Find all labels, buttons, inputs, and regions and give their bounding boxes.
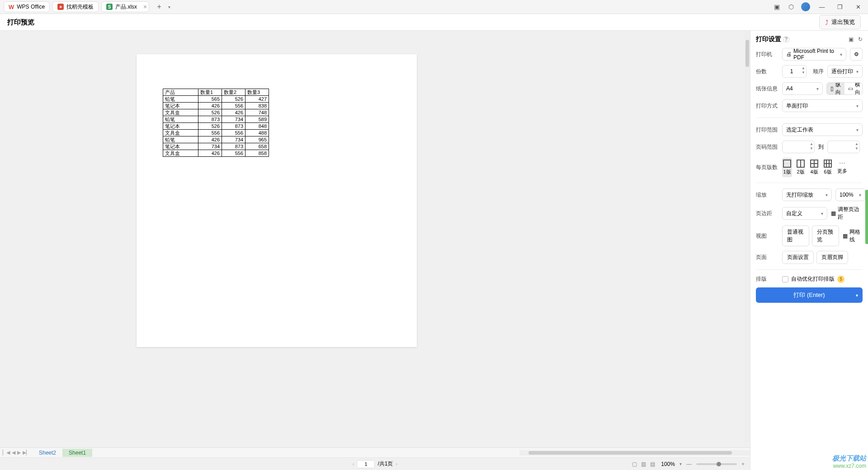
layout-4-button[interactable]: 4版 <box>809 158 819 177</box>
zoom-in-button[interactable]: + <box>741 461 745 467</box>
chevron-down-icon: ▾ <box>856 69 859 74</box>
user-avatar-icon[interactable] <box>801 2 810 11</box>
copies-spinner[interactable]: ▲▼ <box>782 65 807 78</box>
v-scroll-thumb[interactable] <box>745 40 749 67</box>
printer-select[interactable]: 🖨Microsoft Print to PDF ▾ <box>782 48 846 61</box>
exit-preview-label: 退出预览 <box>831 18 855 26</box>
document-tab[interactable]: S 产品.xlsx × <box>101 1 149 12</box>
layout-more-button[interactable]: ⋯更多 <box>836 158 848 177</box>
th-qty1: 数量1 <box>198 89 222 96</box>
th-qty3: 数量3 <box>245 89 269 96</box>
scale-pct-select[interactable]: 100%▾ <box>835 188 865 201</box>
tab-menu-chevron-icon[interactable]: ▾ <box>168 5 170 9</box>
sheet-prev-icon[interactable]: ◀ <box>12 450 15 456</box>
margin-icon: ▦ <box>831 210 836 216</box>
margin-select[interactable]: 自定义▾ <box>782 207 827 220</box>
layout-6-button[interactable]: 6版 <box>823 158 833 177</box>
margin-label: 页边距 <box>756 210 778 217</box>
gridlines-toggle[interactable]: ▦网格线 <box>843 228 863 244</box>
auto-optimize-checkbox[interactable] <box>782 276 788 282</box>
adjust-margin-button[interactable]: ▦调整页边距 <box>831 206 863 221</box>
layout-label: 排版 <box>756 275 778 283</box>
printer-settings-button[interactable]: ⚙ <box>850 48 863 61</box>
template-search-tab[interactable]: ✦ 找稻壳模板 <box>52 1 99 12</box>
tabs-left: W WPS Office ✦ 找稻壳模板 S 产品.xlsx × + ▾ <box>4 1 170 12</box>
gear-icon: ⚙ <box>854 51 859 57</box>
layout-1-button[interactable]: 1版 <box>782 158 792 177</box>
top-tab-bar: W WPS Office ✦ 找稻壳模板 S 产品.xlsx × + ▾ ▣ ⬡… <box>0 0 868 14</box>
help-icon[interactable]: ? <box>783 36 789 42</box>
page-title: 打印预览 <box>7 18 34 27</box>
header-footer-button[interactable]: 页眉页脚 <box>816 251 848 264</box>
copies-input[interactable] <box>783 68 801 75</box>
page-next-icon[interactable]: › <box>396 461 398 467</box>
paper-select[interactable]: A4▾ <box>782 82 823 95</box>
print-button[interactable]: 打印 (Enter) ▾ <box>756 287 863 303</box>
order-select[interactable]: 逐份打印▾ <box>827 65 863 78</box>
page-from-input[interactable]: ▲▼ <box>782 141 815 153</box>
sheet-last-icon[interactable]: ▶▏ <box>23 450 30 456</box>
zoom-handle[interactable] <box>717 462 721 466</box>
sheet-nav: ▏◀ ◀ ▶ ▶▏ <box>0 450 33 456</box>
chevron-down-icon: ▾ <box>816 86 819 91</box>
preview-page: 产品 数量1 数量2 数量3 铅笔565526427 笔记本426556838 … <box>137 54 417 347</box>
chevron-down-icon: ▾ <box>859 193 861 197</box>
spin-down-icon[interactable]: ▼ <box>802 70 805 75</box>
exit-preview-button[interactable]: ⤴ 退出预览 <box>819 15 861 29</box>
portrait-button[interactable]: ▯纵向 <box>827 83 844 94</box>
cube-icon[interactable]: ⬡ <box>787 2 796 11</box>
status-bar: ‹ /共1页 › ▢ ▥ ▤ 100% ▾ — + <box>0 457 750 470</box>
portrait-icon: ▯ <box>830 85 834 92</box>
horizontal-scrollbar[interactable] <box>519 450 750 456</box>
status-right: ▢ ▥ ▤ 100% ▾ — + <box>631 461 745 467</box>
add-tab-button[interactable]: + <box>154 1 165 12</box>
collapse-icon[interactable]: ▣ <box>849 36 854 42</box>
scale-select[interactable]: 无打印缩放▾ <box>782 188 832 201</box>
landscape-button[interactable]: ▭横向 <box>844 83 863 94</box>
panel-icon[interactable]: ▣ <box>772 2 781 11</box>
view-double-icon[interactable]: ▥ <box>641 461 646 467</box>
tab-close-icon[interactable]: × <box>143 3 147 10</box>
zoom-out-button[interactable]: — <box>686 461 692 467</box>
page-input[interactable] <box>357 460 375 468</box>
zoom-slider[interactable] <box>696 463 737 465</box>
spin-up-icon[interactable]: ▲ <box>802 66 805 70</box>
duplex-select[interactable]: 单面打印▾ <box>782 99 863 112</box>
page-break-view-button[interactable]: 分页预览 <box>812 226 839 246</box>
close-window-button[interactable]: ✕ <box>852 0 864 13</box>
page-total-label: /共1页 <box>377 460 393 468</box>
wps-logo-icon: W <box>9 4 14 10</box>
normal-view-button[interactable]: 普通视图 <box>782 226 809 246</box>
table-row: 文具盒426556858 <box>163 150 269 157</box>
view-grid-icon[interactable]: ▤ <box>650 461 655 467</box>
table-header-row: 产品 数量1 数量2 数量3 <box>163 89 269 96</box>
scale-label: 缩放 <box>756 191 778 199</box>
sheet-next-icon[interactable]: ▶ <box>17 450 21 456</box>
print-settings-panel: 打印设置 ? ▣ ↻ 打印机 🖨Microsoft Print to PDF ▾… <box>750 31 868 470</box>
sheet-tab-sheet2[interactable]: Sheet2 <box>33 449 62 457</box>
maximize-button[interactable]: ❐ <box>834 0 846 13</box>
page-prev-icon[interactable]: ‹ <box>352 461 354 467</box>
grid-icon: ▦ <box>843 233 848 239</box>
sheet-first-icon[interactable]: ▏◀ <box>3 450 10 456</box>
print-range-select[interactable]: 选定工作表▾ <box>782 123 863 136</box>
minimize-button[interactable]: — <box>816 0 828 13</box>
page-setup-button[interactable]: 页面设置 <box>782 251 814 264</box>
spreadsheet-icon: S <box>106 4 113 10</box>
vertical-scrollbar[interactable] <box>745 31 750 442</box>
zoom-dropdown-icon[interactable]: ▾ <box>679 461 682 466</box>
chevron-down-icon: ▾ <box>856 127 859 132</box>
table-row: 文具盒526426748 <box>163 109 269 116</box>
page-to-input[interactable]: ▲▼ <box>827 141 860 153</box>
sheet-tab-sheet1[interactable]: Sheet1 <box>62 449 92 457</box>
wps-home-tab[interactable]: W WPS Office <box>4 1 50 12</box>
to-label: 到 <box>818 143 824 151</box>
product-table: 产品 数量1 数量2 数量3 铅笔565526427 笔记本426556838 … <box>163 89 269 157</box>
side-resize-handle[interactable] <box>865 190 868 244</box>
print-dropdown-icon[interactable]: ▾ <box>856 293 858 298</box>
print-button-label: 打印 (Enter) <box>793 291 825 299</box>
layout-2-button[interactable]: 2版 <box>796 158 806 177</box>
h-scroll-thumb[interactable] <box>528 451 732 455</box>
refresh-icon[interactable]: ↻ <box>858 36 863 42</box>
view-single-icon[interactable]: ▢ <box>632 461 637 467</box>
